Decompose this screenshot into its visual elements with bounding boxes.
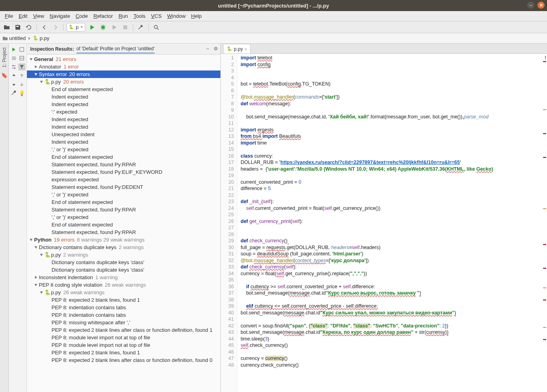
- run-with-coverage-icon[interactable]: [110, 23, 119, 32]
- tree-twisty-icon[interactable]: [39, 80, 44, 84]
- collapse-all-icon[interactable]: [10, 55, 17, 62]
- tree-item[interactable]: Statement expected, found Py:DEDENT: [27, 183, 220, 191]
- tree-item[interactable]: PEP 8: expected 2 blank lines, found 1: [27, 296, 220, 304]
- tree-item[interactable]: PEP 8: missing whitespace after ',': [27, 319, 220, 326]
- tree-twisty-icon[interactable]: [29, 57, 33, 62]
- tree-item[interactable]: Inconsistent indentation1 warning: [27, 274, 220, 281]
- tree-item[interactable]: Indent expected: [27, 138, 220, 146]
- close-button[interactable]: ✕: [537, 2, 545, 9]
- tree-twisty-icon[interactable]: [33, 65, 38, 69]
- tree-item[interactable]: PEP 8 coding style violation26 weak warn…: [27, 281, 220, 289]
- tree-twisty-icon[interactable]: [33, 72, 38, 77]
- tree-item[interactable]: End of statement expected: [27, 198, 220, 206]
- tree-twisty-icon[interactable]: [29, 238, 33, 242]
- tree-item[interactable]: Statement expected, found Py:ELIF_KEYWOR…: [27, 168, 220, 176]
- tree-twisty-icon[interactable]: [33, 275, 38, 280]
- error-indicator-icon[interactable]: !: [545, 55, 546, 61]
- tree-item[interactable]: ',' or ')' expected: [27, 191, 220, 198]
- tree-item[interactable]: Python19 errors 8 warnings 29 weak warni…: [27, 236, 220, 244]
- tree-item[interactable]: 🐍p.py20 errors: [27, 78, 220, 86]
- tree-item[interactable]: 🐍p.py26 weak warnings: [27, 289, 220, 296]
- prev-icon[interactable]: [10, 72, 17, 79]
- menu-file[interactable]: File: [2, 12, 15, 20]
- menu-window[interactable]: Window: [165, 12, 188, 20]
- tree-item[interactable]: Indent expected: [27, 116, 220, 123]
- gear-icon[interactable]: ⚙: [214, 46, 218, 51]
- editor-tab-p-py[interactable]: 🐍 p.py ×: [223, 44, 251, 53]
- tree-item[interactable]: Annotator1 error: [27, 63, 220, 70]
- menu-view[interactable]: View: [31, 12, 46, 20]
- tree-item[interactable]: PEP 8: expected 2 blank lines after clas…: [27, 326, 220, 334]
- tree-item[interactable]: Indent expected: [27, 101, 220, 108]
- tree-item[interactable]: Indent expected: [27, 123, 220, 131]
- fix-icon[interactable]: [10, 89, 17, 97]
- tree-twisty-icon[interactable]: [39, 290, 44, 295]
- menu-run[interactable]: Run: [116, 12, 130, 20]
- tree-item[interactable]: Indent expected: [27, 93, 220, 101]
- bulb-icon[interactable]: 💡: [18, 89, 25, 97]
- tree-item[interactable]: Dictionary contains duplicate keys 'clas…: [27, 266, 220, 274]
- project-tool-button[interactable]: 1: Project: [2, 46, 7, 69]
- tree-item[interactable]: Statement expected, found Py:RPAR: [27, 161, 220, 168]
- stop-icon[interactable]: [121, 23, 130, 32]
- tree-item[interactable]: ',' or ')' expected: [27, 213, 220, 221]
- tree-item[interactable]: expression expected: [27, 176, 220, 183]
- expand-all-icon[interactable]: [18, 46, 25, 53]
- refresh-icon[interactable]: [25, 23, 33, 32]
- settings-icon[interactable]: [10, 63, 17, 70]
- breadcrumb-file[interactable]: 🐍 p.py: [33, 35, 50, 41]
- tree-item[interactable]: Statement expected, found Py:RPAR: [27, 228, 220, 236]
- tree-item[interactable]: End of statement expected: [27, 221, 220, 228]
- tree-item[interactable]: PEP 8: module level import not at top of…: [27, 341, 220, 349]
- menu-refactor[interactable]: Refactor: [91, 12, 115, 20]
- group-by-icon[interactable]: [18, 55, 25, 62]
- tree-twisty-icon[interactable]: [33, 245, 38, 250]
- menu-vcs[interactable]: VCS: [149, 12, 164, 20]
- tree-item[interactable]: End of statement expected: [27, 153, 220, 161]
- tree-twisty-icon[interactable]: [33, 283, 38, 287]
- run-configuration-select[interactable]: 🐍 p: [67, 23, 85, 32]
- import-icon[interactable]: [18, 81, 25, 88]
- tree-item[interactable]: ':' expected: [27, 108, 220, 116]
- tree-item[interactable]: PEP 8: indentation contains tabs: [27, 304, 220, 311]
- tree-item[interactable]: Syntax error20 errors: [27, 70, 220, 78]
- inspection-profile-tab[interactable]: of 'Default' Profile on Project 'untitle…: [77, 46, 155, 53]
- error-stripe[interactable]: !: [542, 54, 547, 392]
- filter-icon[interactable]: [18, 63, 25, 70]
- close-tab-icon[interactable]: ×: [245, 47, 247, 51]
- bookmark-icon[interactable]: 🔖: [1, 72, 8, 78]
- tree-item[interactable]: Dictionary contains duplicate keys2 warn…: [27, 244, 220, 251]
- tree-item[interactable]: Dictionary contains duplicate keys 'clas…: [27, 259, 220, 266]
- code-editor[interactable]: 1234567891011121314151617181920212223242…: [221, 54, 547, 392]
- tree-item[interactable]: End of statement expected: [27, 86, 220, 93]
- inspection-tree[interactable]: General21 errorsAnnotator1 errorSyntax e…: [27, 55, 220, 392]
- open-icon[interactable]: [2, 23, 11, 32]
- tree-item[interactable]: Unexpected indent: [27, 131, 220, 138]
- tree-item[interactable]: General21 errors: [27, 55, 220, 63]
- tree-item[interactable]: 🐍p.py2 warnings: [27, 251, 220, 259]
- tree-item[interactable]: ',' or ')' expected: [27, 146, 220, 153]
- search-icon[interactable]: [152, 23, 161, 32]
- debug-icon[interactable]: [99, 23, 107, 32]
- tree-item[interactable]: Statement expected, found Py:RPAR: [27, 206, 220, 213]
- wrench-icon[interactable]: [136, 23, 145, 32]
- back-icon[interactable]: [40, 23, 49, 32]
- menu-edit[interactable]: Edit: [16, 12, 30, 20]
- tree-item[interactable]: PEP 8: expected 2 blank lines, found 1: [27, 349, 220, 356]
- export-icon[interactable]: [18, 72, 25, 79]
- tree-item[interactable]: PEP 8: indentation contains tabs: [27, 311, 220, 319]
- breadcrumb-project[interactable]: untitled: [2, 35, 26, 41]
- rerun-icon[interactable]: [10, 46, 17, 53]
- tree-twisty-icon[interactable]: [39, 253, 44, 257]
- next-icon[interactable]: [10, 81, 17, 88]
- editor-code[interactable]: import telebotimport config bot = telebo…: [237, 54, 547, 392]
- minimize-button[interactable]: –: [527, 2, 534, 9]
- run-icon[interactable]: [88, 23, 96, 32]
- menu-code[interactable]: Code: [73, 12, 90, 20]
- menu-navigate[interactable]: Navigate: [47, 12, 72, 20]
- hide-icon[interactable]: ‒: [206, 46, 209, 51]
- menu-tools[interactable]: Tools: [131, 12, 148, 20]
- menu-help[interactable]: Help: [189, 12, 204, 20]
- tree-item[interactable]: PEP 8: module level import not at top of…: [27, 334, 220, 341]
- tree-item[interactable]: PEP 8: expected 2 blank lines after clas…: [27, 356, 220, 364]
